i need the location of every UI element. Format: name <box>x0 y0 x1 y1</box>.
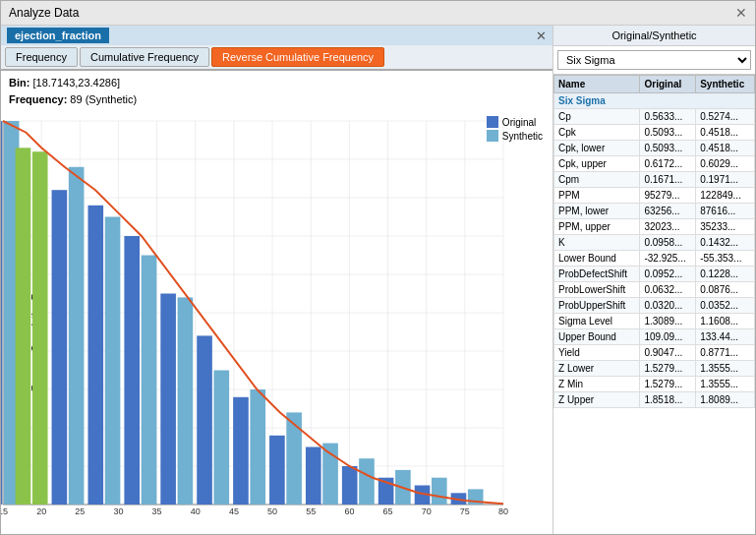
cell-synthetic: 0.4518... <box>696 125 755 141</box>
cell-synthetic: 35233... <box>696 219 755 235</box>
chart-area: Reverse Cumulative Frequency Original Sy… <box>1 111 552 534</box>
cell-synthetic: 133.44... <box>696 329 755 345</box>
table-row: Cpk, upper0.6172...0.6029... <box>554 156 755 172</box>
legend-synthetic: Synthetic <box>487 130 543 142</box>
stats-data-table: Name Original Synthetic Six SigmaCp0.563… <box>553 75 755 408</box>
table-row: K0.0958...0.1432... <box>554 235 755 251</box>
table-row: PPM, lower63256...87616... <box>554 204 755 219</box>
cell-synthetic: 1.3555... <box>696 377 755 392</box>
legend-synthetic-label: Synthetic <box>502 131 543 142</box>
cell-original: 0.0632... <box>640 282 696 298</box>
analyze-data-window: Analyze Data ✕ ejection_fraction ✕ Frequ… <box>0 0 756 535</box>
table-row: Cpk, lower0.5093...0.4518... <box>554 141 755 156</box>
cell-name: Sigma Level <box>554 314 640 329</box>
tab-cumulative[interactable]: Cumulative Frequency <box>80 47 209 67</box>
dropdown-row: Six Sigma <box>553 46 755 75</box>
table-row: Cp0.5633...0.5274... <box>554 109 755 125</box>
stats-table: Name Original Synthetic Six SigmaCp0.563… <box>553 75 755 534</box>
freq-label: Frequency: <box>9 93 67 105</box>
cell-name: ProbUpperShift <box>554 298 640 314</box>
cell-name: ProbDefectShift <box>554 267 640 282</box>
cell-original: 95279... <box>640 188 696 204</box>
cell-original: 0.5093... <box>640 141 696 156</box>
cell-synthetic: 1.8089... <box>696 392 755 408</box>
cell-name: PPM <box>554 188 640 204</box>
cell-original: 0.6172... <box>640 156 696 172</box>
table-row: Sigma Level1.3089...1.1608... <box>554 314 755 329</box>
freq-value: 89 (Synthetic) <box>70 93 137 105</box>
cell-synthetic: 1.1608... <box>696 314 755 329</box>
left-panel: ejection_fraction ✕ Frequency Cumulative… <box>1 26 553 534</box>
legend-synthetic-box <box>487 130 498 142</box>
table-row: Z Lower1.5279...1.3555... <box>554 361 755 377</box>
cell-original: 0.5093... <box>640 125 696 141</box>
cell-name: Yield <box>554 345 640 361</box>
cell-synthetic: 122849... <box>696 188 755 204</box>
cell-name: Lower Bound <box>554 251 640 267</box>
cell-original: 0.0958... <box>640 235 696 251</box>
bin-value: [18.7143,23.4286] <box>32 77 120 89</box>
cell-synthetic: 87616... <box>696 204 755 219</box>
cell-synthetic: 0.0352... <box>696 298 755 314</box>
chart-canvas <box>1 111 552 534</box>
stats-section-header: Six Sigma <box>554 93 755 109</box>
stats-dropdown[interactable]: Six Sigma <box>557 50 751 70</box>
cell-original: 1.3089... <box>640 314 696 329</box>
right-panel: Original/Synthetic Six Sigma Name Origin… <box>553 26 755 534</box>
cell-name: PPM, upper <box>554 219 640 235</box>
table-row: Upper Bound109.09...133.44... <box>554 329 755 345</box>
active-field-label: ejection_fraction <box>7 28 109 43</box>
table-row: Z Min1.5279...1.3555... <box>554 377 755 392</box>
chart-legend: Original Synthetic <box>487 116 543 144</box>
legend-original-box <box>487 116 498 128</box>
window-title: Analyze Data <box>9 6 79 20</box>
cell-name: Cpm <box>554 172 640 188</box>
table-row: Z Upper1.8518...1.8089... <box>554 392 755 408</box>
active-field-bar: ejection_fraction ✕ Frequency Cumulative… <box>1 26 552 71</box>
cell-original: 63256... <box>640 204 696 219</box>
cell-synthetic: 0.1228... <box>696 267 755 282</box>
title-bar: Analyze Data ✕ <box>1 1 755 26</box>
bin-info: Bin: [18.7143,23.4286] Frequency: 89 (Sy… <box>1 71 552 111</box>
cell-original: 32023... <box>640 219 696 235</box>
field-close-button[interactable]: ✕ <box>536 29 547 43</box>
legend-original-label: Original <box>502 117 536 128</box>
cell-original: 0.1671... <box>640 172 696 188</box>
cell-name: Cp <box>554 109 640 125</box>
cell-name: Cpk, lower <box>554 141 640 156</box>
window-close-button[interactable]: ✕ <box>735 5 747 21</box>
table-row: ProbUpperShift0.0320...0.0352... <box>554 298 755 314</box>
col-synthetic: Synthetic <box>696 76 755 93</box>
table-row: Yield0.9047...0.8771... <box>554 345 755 361</box>
cell-original: 109.09... <box>640 329 696 345</box>
table-row: Cpm0.1671...0.1971... <box>554 172 755 188</box>
table-row: ProbDefectShift0.0952...0.1228... <box>554 267 755 282</box>
cell-synthetic: 1.3555... <box>696 361 755 377</box>
tab-frequency[interactable]: Frequency <box>5 47 78 67</box>
cell-original: 0.5633... <box>640 109 696 125</box>
tab-reverse[interactable]: Reverse Cumulative Frequency <box>211 47 384 67</box>
main-content: ejection_fraction ✕ Frequency Cumulative… <box>1 26 755 534</box>
table-row: Lower Bound-32.925...-55.353... <box>554 251 755 267</box>
bin-label: Bin: <box>9 77 29 89</box>
legend-original: Original <box>487 116 543 128</box>
cell-synthetic: 0.5274... <box>696 109 755 125</box>
cell-synthetic: 0.6029... <box>696 156 755 172</box>
cell-name: PPM, lower <box>554 204 640 219</box>
cell-name: Cpk, upper <box>554 156 640 172</box>
cell-name: K <box>554 235 640 251</box>
table-row: PPM95279...122849... <box>554 188 755 204</box>
cell-synthetic: -55.353... <box>696 251 755 267</box>
cell-original: 0.0320... <box>640 298 696 314</box>
cell-name: Upper Bound <box>554 329 640 345</box>
cell-name: Z Upper <box>554 392 640 408</box>
table-row: Cpk0.5093...0.4518... <box>554 125 755 141</box>
cell-name: Z Lower <box>554 361 640 377</box>
cell-original: -32.925... <box>640 251 696 267</box>
cell-original: 0.9047... <box>640 345 696 361</box>
cell-synthetic: 0.4518... <box>696 141 755 156</box>
cell-synthetic: 0.1432... <box>696 235 755 251</box>
col-original: Original <box>640 76 696 93</box>
cell-synthetic: 0.0876... <box>696 282 755 298</box>
col-name: Name <box>554 76 640 93</box>
